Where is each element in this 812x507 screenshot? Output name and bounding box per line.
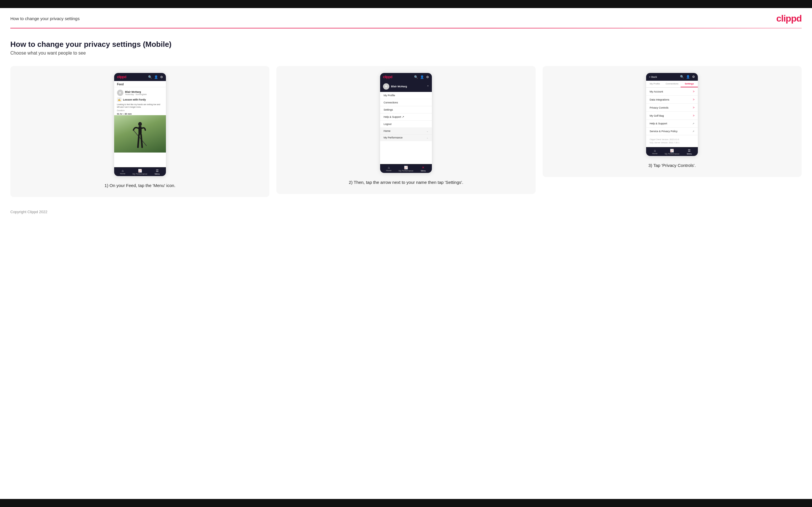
footer: Copyright Clippd 2022 — [0, 203, 812, 220]
menu-item-settings-label: Settings — [384, 108, 393, 111]
svg-point-0 — [138, 122, 142, 126]
home-icon: ⌂ — [121, 169, 123, 172]
chevron-right-mygolfbag-icon: > — [693, 114, 695, 117]
step3-home-icon: ⌂ — [654, 149, 656, 152]
step3-performance-icon: 📈 — [670, 149, 674, 153]
step2-performance-section-label: My Performance — [384, 136, 403, 139]
step1-user-info: Blair McHarg Yesterday · Sunningdale — [125, 91, 147, 95]
step2-home-icon: ⌂ — [388, 166, 390, 169]
step3-back-bar: < Back 🔍 👤 ⚙ — [646, 73, 698, 81]
step2-close-icon: ✕ — [422, 166, 424, 169]
chevron-down-home-icon: ⌄ — [426, 130, 428, 132]
menu-item-helpsupport[interactable]: Help & Support ↗ — [380, 113, 432, 121]
step2-menu-tab: ✕ Menu — [415, 164, 432, 173]
step1-user-sub: Yesterday · Sunningdale — [125, 93, 147, 95]
menu-item-settings[interactable]: Settings — [380, 106, 432, 113]
step3-settings-list: My Account > Data Integrations > Privacy… — [646, 88, 698, 147]
step1-performance-tab: 📈 My Performance — [132, 167, 149, 176]
step1-feed-body: Feed B Blair McHarg Yesterday · Sunningd… — [114, 81, 166, 167]
settings-item-dataintegrations-label: Data Integrations — [650, 98, 669, 101]
menu-item-myprofile-label: My Profile — [384, 94, 395, 97]
settings-item-privacycontrols[interactable]: Privacy Controls > — [646, 104, 698, 112]
step1-user-name: Blair McHarg — [125, 91, 147, 93]
step1-feed-post: B Blair McHarg Yesterday · Sunningdale ✍… — [114, 87, 166, 115]
menu-item-logout[interactable]: Logout — [380, 121, 432, 128]
user-icon: 👤 — [154, 75, 158, 79]
step1-duration-label: Duration — [117, 109, 163, 111]
menu-icon: ☰ — [156, 169, 159, 173]
step2-nav-icons: 🔍 👤 ⚙ — [414, 75, 429, 79]
step2-home-tab: ⌂ Home — [380, 164, 397, 173]
chevron-up-icon: ⌃ — [427, 85, 429, 88]
step2-performance-section[interactable]: My Performance ⌄ — [380, 134, 432, 141]
step1-logo: clippd — [117, 75, 126, 79]
step2-performance-icon: 📈 — [404, 166, 408, 169]
back-button[interactable]: < Back — [649, 75, 657, 78]
step1-home-tab: ⌂ Home — [114, 167, 132, 176]
step-1-caption: 1) On your Feed, tap the 'Menu' icon. — [104, 182, 175, 189]
step-1-card: clippd 🔍 👤 ⚙ Feed B Blair McHarg — [10, 66, 269, 197]
step-1-phone: clippd 🔍 👤 ⚙ Feed B Blair McHarg — [114, 73, 166, 176]
menu-item-logout-label: Logout — [384, 123, 392, 125]
step1-phone-nav: clippd 🔍 👤 ⚙ — [114, 73, 166, 81]
step2-bg-blur — [380, 141, 432, 164]
settings-item-dataintegrations[interactable]: Data Integrations > — [646, 96, 698, 104]
menu-item-connections-label: Connections — [384, 101, 398, 104]
step2-performance-label: My Performance — [399, 170, 413, 172]
step3-user-icon: 👤 — [686, 75, 690, 79]
performance-icon: 📈 — [138, 169, 142, 173]
step1-bottom-bar: ⌂ Home 📈 My Performance ☰ Menu — [114, 167, 166, 176]
settings-icon: ⚙ — [160, 75, 163, 79]
settings-item-serviceprivacy[interactable]: Service & Privacy Policy ↗ — [646, 127, 698, 135]
tab-my-profile[interactable]: My Profile — [646, 81, 663, 87]
settings-version: Clippd Client Version: 2022.8.3-3 GQL Se… — [646, 135, 698, 147]
step2-performance-tab: 📈 My Performance — [397, 164, 415, 173]
settings-item-mygolfbag[interactable]: My Golf Bag > — [646, 112, 698, 120]
menu-item-myprofile[interactable]: My Profile — [380, 92, 432, 99]
step2-home-section-label: Home — [384, 129, 391, 132]
step1-menu-tab: ☰ Menu — [149, 167, 166, 176]
step3-menu-tab: ☰ Menu — [680, 147, 698, 156]
settings-item-myaccount[interactable]: My Account > — [646, 88, 698, 96]
step2-home-section[interactable]: Home ⌄ — [380, 128, 432, 134]
step2-user-name: Blair McHarg — [391, 85, 407, 88]
logo: clippd — [776, 13, 802, 24]
tab-settings[interactable]: Settings — [680, 81, 698, 87]
settings-item-helpsupport-label: Help & Support — [650, 122, 667, 125]
step3-search-icon: 🔍 — [680, 75, 684, 79]
chevron-right-privacycontrols-icon: > — [693, 106, 695, 109]
step1-duration-val: 01 hr : 30 min — [117, 113, 163, 115]
step3-settings-icon: ⚙ — [692, 75, 695, 79]
step3-performance-label: My Performance — [665, 153, 679, 155]
step3-menu-label: Menu — [687, 153, 692, 155]
step1-nav-icons: 🔍 👤 ⚙ — [148, 75, 163, 79]
header: How to change your privacy settings clip… — [0, 8, 812, 28]
header-title: How to change your privacy settings — [10, 16, 80, 21]
step-3-caption: 3) Tap 'Privacy Controls'. — [648, 162, 696, 169]
step2-bottom-bar: ⌂ Home 📈 My Performance ✕ Menu — [380, 164, 432, 173]
page-subheading: Choose what you want people to see — [10, 51, 802, 56]
step3-bottom-bar: ⌂ Home 📈 My Performance ☰ Menu — [646, 147, 698, 156]
step1-avatar: B — [117, 90, 123, 96]
settings-version-line1: Clippd Client Version: 2022.8.3-3 — [650, 138, 695, 141]
step-2-phone: clippd 🔍 👤 ⚙ B Blair McHarg — [380, 73, 432, 173]
step2-settings-icon: ⚙ — [426, 75, 429, 79]
settings-item-helpsupport[interactable]: Help & Support ↗ — [646, 120, 698, 127]
step1-lesson-title: Lesson with Fordy — [123, 98, 146, 101]
step1-feed-tab: Feed — [114, 81, 166, 87]
bottom-bar — [0, 499, 812, 507]
step1-lesson-row: ✍ Lesson with Fordy — [117, 97, 163, 102]
step2-user-row: B Blair McHarg ⌃ — [380, 81, 432, 92]
step2-user-left: B Blair McHarg — [383, 83, 407, 90]
step3-menu-icon: ☰ — [688, 149, 691, 153]
step3-home-tab: ⌂ Home — [646, 147, 663, 156]
step3-nav-icons: 🔍 👤 ⚙ — [680, 75, 695, 79]
tab-connections[interactable]: Connections — [663, 81, 680, 87]
step2-logo: clippd — [383, 75, 392, 79]
chevron-down-performance-icon: ⌄ — [426, 136, 428, 139]
step3-home-label: Home — [652, 153, 658, 155]
step2-menu-overlay: B Blair McHarg ⌃ My Profile Connections — [380, 81, 432, 164]
step1-post-header: B Blair McHarg Yesterday · Sunningdale — [117, 90, 163, 96]
menu-item-connections[interactable]: Connections — [380, 99, 432, 106]
step2-menu-label: Menu — [421, 170, 426, 172]
